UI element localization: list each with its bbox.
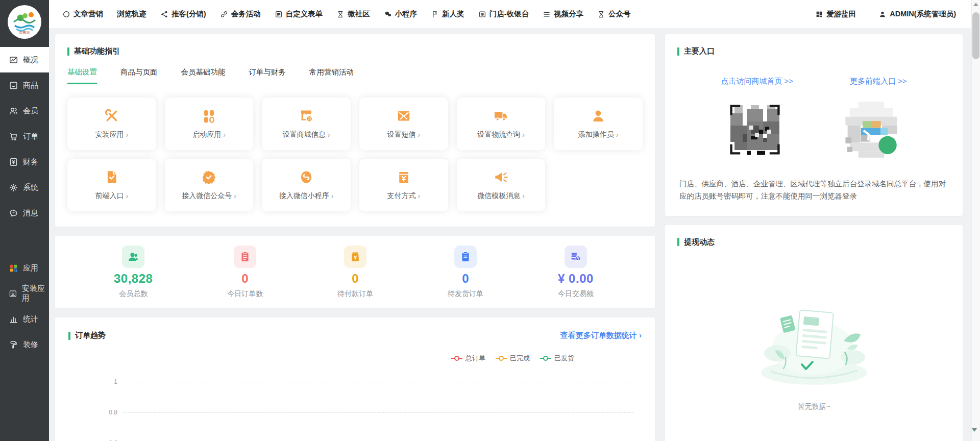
sidebar-item-statistics[interactable]: 统计 bbox=[0, 306, 49, 332]
gridline-row: 0.8 bbox=[68, 409, 633, 416]
guide-card-label: 设置物流查询› bbox=[477, 130, 525, 139]
more-order-stats-link[interactable]: 查看更多订单数据统计 › bbox=[560, 331, 642, 340]
legend-label: 已完成 bbox=[510, 354, 530, 363]
guide-title: 基础功能指引 bbox=[74, 46, 120, 56]
stat-value: 0 bbox=[462, 272, 469, 286]
guide-card-label: 接入微信小程序› bbox=[279, 191, 334, 201]
badge-check-icon bbox=[201, 169, 216, 185]
right-column: 主要入口 点击访问商城首页 >> 更多前端入口 >> bbox=[665, 34, 963, 441]
nav-label: 新人奖 bbox=[442, 9, 464, 19]
stat-today-transaction: ¥ 0.00 今日交易额 bbox=[558, 246, 594, 299]
chevron-right-icon: › bbox=[126, 192, 128, 200]
sidebar-item-label: 商品 bbox=[23, 81, 38, 90]
page-scrollbar[interactable] bbox=[971, 0, 980, 441]
guide-card-mall-info[interactable]: 设置商城信息› bbox=[262, 97, 351, 150]
guide-card-logistics[interactable]: 设置物流查询› bbox=[457, 97, 546, 150]
mall-home-qr-code[interactable] bbox=[726, 101, 783, 158]
guide-tabs: 基础设置 商品与页面 会员基础功能 订单与财务 常用营销活动 bbox=[67, 67, 643, 84]
overview-icon bbox=[9, 55, 18, 65]
stat-label: 待发货订单 bbox=[448, 289, 483, 299]
legend-total-orders[interactable]: 总订单 bbox=[451, 354, 485, 363]
nav-store-pos[interactable]: 门店-收银台 bbox=[478, 9, 529, 19]
nav-label: 推客(分销) bbox=[172, 9, 206, 19]
guide-card-wechat-official[interactable]: 接入微信公众号› bbox=[165, 159, 254, 211]
legend-completed[interactable]: 已完成 bbox=[496, 354, 530, 363]
guide-card-add-operator[interactable]: 添加操作员› bbox=[554, 97, 643, 150]
sidebar-item-label: 订单 bbox=[23, 132, 38, 141]
main-entry-title-row: 主要入口 bbox=[677, 46, 950, 56]
nav-browse-track[interactable]: 浏览轨迹 bbox=[117, 9, 146, 19]
chevron-right-icon: › bbox=[418, 131, 420, 139]
guide-card-sms[interactable]: 设置短信› bbox=[359, 97, 448, 150]
guide-card-frontend-entry[interactable]: 前端入口› bbox=[67, 159, 156, 211]
admin-label: ADMIN(系统管理员) bbox=[890, 9, 956, 19]
install-icon bbox=[9, 289, 17, 299]
guide-card-payment[interactable]: 支付方式› bbox=[359, 159, 448, 211]
tab-marketing-activities[interactable]: 常用营销活动 bbox=[309, 67, 354, 84]
scroll-up-arrow-icon[interactable] bbox=[972, 0, 980, 9]
sidebar-item-goods[interactable]: 商品 bbox=[0, 72, 49, 98]
line-chart-plot-area: 1 0.8 0.6 bbox=[68, 374, 642, 441]
scrollbar-thumb[interactable] bbox=[972, 12, 979, 59]
sidebar-item-members[interactable]: 会员 bbox=[0, 98, 49, 124]
nav-conference-activity[interactable]: 会务活动 bbox=[220, 9, 261, 19]
nav-official-account[interactable]: 公众号 bbox=[597, 9, 631, 19]
admin-account-menu[interactable]: ADMIN(系统管理员) bbox=[878, 9, 956, 19]
guide-card-label: 设置短信› bbox=[387, 130, 420, 139]
guide-card-template-message[interactable]: 微信模板消息› bbox=[457, 159, 546, 211]
stat-today-orders: 0 今日订单数 bbox=[227, 246, 263, 299]
guide-card-install-app[interactable]: 安装应用› bbox=[67, 97, 156, 150]
sidebar-item-overview[interactable]: 概况 bbox=[0, 47, 49, 72]
visit-mall-home-link[interactable]: 点击访问商城首页 >> bbox=[721, 77, 793, 86]
withdraw-title: 提现动态 bbox=[684, 237, 715, 247]
clipboard-icon-badge bbox=[454, 246, 477, 268]
gridline-row: 1 bbox=[68, 378, 633, 385]
sidebar-item-label: 财务 bbox=[23, 157, 38, 167]
withdraw-title-row: 提现动态 bbox=[677, 237, 950, 247]
order-trend-header: 订单趋势 查看更多订单数据统计 › bbox=[68, 331, 642, 340]
store-switcher[interactable]: 爱游盐田 bbox=[815, 9, 856, 19]
sidebar-item-finance[interactable]: 财务 bbox=[0, 149, 49, 175]
left-column: 基础功能指引 基础设置 商品与页面 会员基础功能 订单与财务 常用营销活动 安装… bbox=[55, 34, 655, 441]
topbar-right: 爱游盐田 ADMIN(系统管理员) bbox=[815, 9, 956, 19]
sidebar-item-decorate[interactable]: 装修 bbox=[0, 332, 49, 357]
nav-label: 会务活动 bbox=[231, 9, 261, 19]
stat-value: ¥ 0.00 bbox=[558, 272, 594, 286]
sidebar-item-apps[interactable]: 应用 bbox=[0, 255, 49, 281]
tab-basic-settings[interactable]: 基础设置 bbox=[67, 67, 97, 84]
legend-shipped[interactable]: 已发货 bbox=[540, 354, 574, 363]
clipboard-icon bbox=[239, 251, 251, 263]
nav-micro-community[interactable]: 微社区 bbox=[336, 9, 370, 19]
tab-goods-pages[interactable]: 商品与页面 bbox=[120, 67, 158, 84]
guide-card-wechat-miniprogram[interactable]: 接入微信小程序› bbox=[262, 159, 351, 211]
sidebar-item-system[interactable]: 系统 bbox=[0, 175, 49, 200]
megaphone-icon bbox=[493, 169, 508, 185]
nav-video-share[interactable]: 视频分享 bbox=[543, 9, 583, 19]
nav-mini-program[interactable]: 小程序 bbox=[384, 9, 418, 19]
topbar: 文章营销 浏览轨迹 推客(分销) 会务活动 自定义表单 微社区 小程序 新人奖 … bbox=[49, 0, 971, 29]
sidebar-item-orders[interactable]: 订单 bbox=[0, 124, 49, 149]
nav-article-marketing[interactable]: 文章营销 bbox=[62, 9, 103, 19]
scroll-down-arrow-icon[interactable] bbox=[972, 432, 980, 441]
nav-newcomer-award[interactable]: 新人奖 bbox=[431, 9, 464, 19]
tab-orders-finance[interactable]: 订单与财务 bbox=[249, 67, 286, 84]
hourglass-icon bbox=[597, 10, 605, 18]
guide-card-launch-app[interactable]: 启动应用› bbox=[165, 97, 254, 150]
legend-label: 已发货 bbox=[554, 354, 574, 363]
more-frontend-entry-link[interactable]: 更多前端入口 >> bbox=[850, 77, 907, 86]
stat-label: 今日订单数 bbox=[227, 289, 263, 299]
sidebar-item-label: 消息 bbox=[23, 208, 38, 218]
empty-state-illustration bbox=[753, 292, 875, 389]
brand-logo[interactable]: 盐田游 bbox=[8, 5, 41, 39]
nav-custom-form[interactable]: 自定义表单 bbox=[275, 9, 323, 19]
chevron-right-icon: › bbox=[234, 192, 236, 200]
message-icon bbox=[9, 208, 18, 218]
person-icon bbox=[591, 108, 606, 124]
nav-promoter-distribution[interactable]: 推客(分销) bbox=[160, 9, 206, 19]
sidebar-item-label: 会员 bbox=[23, 106, 38, 116]
main-entry-title: 主要入口 bbox=[684, 46, 715, 56]
frontend-entry-logo[interactable] bbox=[841, 100, 901, 160]
tab-member-basics[interactable]: 会员基础功能 bbox=[181, 67, 226, 84]
sidebar-item-install-apps[interactable]: 安装应用 bbox=[0, 281, 49, 306]
sidebar-item-messages[interactable]: 消息 bbox=[0, 200, 49, 226]
